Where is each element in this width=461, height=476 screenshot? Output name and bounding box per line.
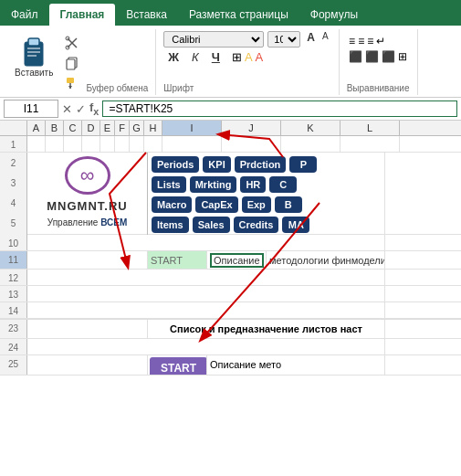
tab-home[interactable]: Главная — [49, 4, 116, 26]
format-painter-icon — [65, 76, 79, 90]
align-bottom-icon[interactable]: ≡ — [367, 35, 373, 48]
credits-button[interactable]: Credits — [234, 217, 279, 233]
exp-button[interactable]: Exp — [242, 196, 271, 213]
col-I[interactable]: I — [162, 121, 222, 135]
italic-button[interactable]: К — [187, 49, 204, 65]
cell-I25[interactable]: START — [148, 355, 207, 375]
cell-A25-H25[interactable] — [27, 355, 148, 375]
cell-C1[interactable] — [64, 136, 82, 152]
col-C[interactable]: C — [64, 121, 82, 135]
cell-I23-onward[interactable]: Список и предназначение листов наст — [148, 320, 385, 338]
items-button[interactable]: Items — [152, 217, 189, 233]
tab-formulas[interactable]: Формулы — [299, 4, 369, 26]
cell-A11-H11[interactable] — [27, 251, 148, 269]
p-button[interactable]: P — [289, 156, 317, 173]
col-J[interactable]: J — [222, 121, 281, 135]
cancel-formula-icon[interactable]: ✕ — [62, 102, 72, 116]
macro-button[interactable]: Macro — [152, 196, 192, 213]
cell-H1[interactable] — [144, 136, 162, 152]
tab-insert[interactable]: Вставка — [115, 4, 178, 26]
align-middle-icon[interactable]: ≡ — [358, 35, 364, 48]
align-top-icon[interactable]: ≡ — [349, 35, 355, 48]
cell-G1[interactable] — [130, 136, 144, 152]
row-number-1: 1 — [0, 136, 27, 152]
col-A[interactable]: A — [27, 121, 46, 135]
cell-row10[interactable] — [27, 235, 385, 250]
cell-J11[interactable]: Описание — [207, 251, 267, 269]
underline-button[interactable]: Ч — [207, 49, 225, 65]
kpi-button[interactable]: KPI — [203, 156, 230, 173]
col-H[interactable]: H — [144, 121, 162, 135]
align-center-icon[interactable]: ⬛ — [365, 50, 379, 63]
tab-file[interactable]: Файл — [0, 4, 49, 26]
cell-A23-H23[interactable] — [27, 320, 148, 338]
cell-I1[interactable] — [162, 136, 222, 152]
col-K[interactable]: K — [281, 121, 341, 135]
lists-button[interactable]: Lists — [152, 176, 186, 193]
font-name-select[interactable]: Calibri — [163, 31, 264, 48]
table-row: 11 START Описание методологии финмодели — [0, 251, 461, 270]
cell-K1[interactable] — [281, 136, 341, 152]
col-D[interactable]: D — [82, 121, 100, 135]
cell-J25-onward[interactable]: Описание мето — [207, 355, 385, 375]
col-F[interactable]: F — [115, 121, 130, 135]
cell-row12[interactable] — [27, 270, 385, 285]
cell-reference-box[interactable]: I11 — [4, 100, 58, 118]
row-number-11: 11 — [0, 251, 27, 269]
b-button[interactable]: B — [275, 196, 302, 213]
cell-I11[interactable]: START — [148, 251, 207, 269]
font-label: Шрифт — [163, 81, 194, 93]
merge-icon[interactable]: ⊞ — [398, 50, 407, 63]
prdction-button[interactable]: Prdction — [235, 156, 287, 173]
cell-F1[interactable] — [115, 136, 130, 152]
c-button[interactable]: C — [269, 176, 297, 193]
formula-input[interactable] — [102, 100, 457, 117]
cut-button[interactable] — [62, 35, 82, 53]
cell-A1[interactable] — [27, 136, 46, 152]
wrap-text-icon[interactable]: ↵ — [376, 35, 385, 48]
align-left-icon[interactable]: ⬛ — [349, 50, 362, 63]
periods-button[interactable]: Periods — [152, 156, 199, 173]
decrease-font-button[interactable]: A — [320, 31, 331, 48]
cell-L1[interactable] — [341, 136, 400, 152]
cell-row13[interactable] — [27, 286, 385, 301]
ma-button[interactable]: MA — [282, 217, 309, 233]
row-number-13: 13 — [0, 286, 27, 301]
col-L[interactable]: L — [341, 121, 400, 135]
fill-color-button[interactable]: A — [245, 50, 253, 64]
col-B[interactable]: B — [46, 121, 64, 135]
ribbon-body: Вставить — [0, 26, 461, 98]
font-row1: Calibri 10 A A — [163, 31, 330, 48]
mrkting-button[interactable]: Mrkting — [190, 176, 237, 193]
increase-font-button[interactable]: A — [304, 31, 318, 48]
capex-button[interactable]: CapEx — [195, 196, 237, 213]
format-painter-button[interactable] — [62, 75, 82, 93]
col-E[interactable]: E — [100, 121, 115, 135]
cell-E1[interactable] — [100, 136, 115, 152]
cell-B1[interactable] — [46, 136, 64, 152]
bold-button[interactable]: Ж — [163, 49, 183, 65]
cell-D1[interactable] — [82, 136, 100, 152]
start-button[interactable]: START — [150, 357, 207, 375]
cell-J1[interactable] — [222, 136, 281, 152]
confirm-formula-icon[interactable]: ✓ — [76, 102, 86, 116]
border-button[interactable]: ⊞ — [232, 50, 242, 64]
formula-icons: ✕ ✓ fx — [62, 100, 99, 117]
column-headers: A B C D E F G H I J K L — [0, 121, 461, 136]
clipboard-actions — [62, 31, 82, 93]
copy-button[interactable] — [62, 55, 82, 73]
tab-page-layout[interactable]: Разметка страницы — [178, 4, 299, 26]
font-size-select[interactable]: 10 — [267, 31, 300, 48]
sales-button[interactable]: Sales — [193, 217, 230, 233]
cell-row14[interactable] — [27, 302, 385, 318]
cell-row24[interactable] — [27, 339, 385, 354]
col-G[interactable]: G — [130, 121, 144, 135]
insert-function-icon[interactable]: fx — [89, 100, 99, 117]
hr-button[interactable]: HR — [240, 176, 266, 193]
align-right-icon[interactable]: ⬛ — [382, 50, 395, 63]
app-window: Файл Главная Вставка Разметка страницы Ф… — [0, 0, 461, 376]
paste-button[interactable]: Вставить — [9, 31, 58, 81]
font-color-button[interactable]: A — [256, 50, 264, 64]
cell-K11[interactable]: методологии финмодели — [267, 251, 385, 269]
logo-area: ∞ MNGMNT.RU Управление ВСЕМ — [27, 153, 148, 235]
